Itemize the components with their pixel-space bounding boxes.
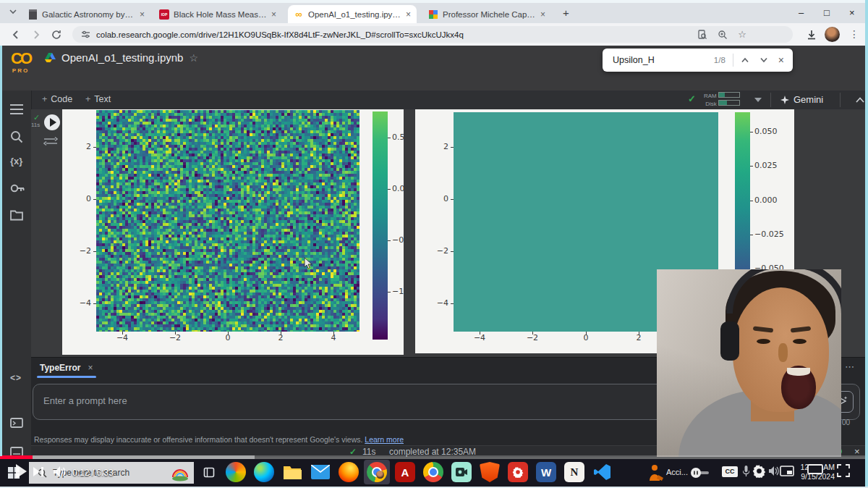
add-code-button[interactable]: + Code [42,94,72,104]
captions-button[interactable]: CC [722,466,738,477]
video-progress-bar[interactable] [0,455,868,459]
add-text-button[interactable]: + Text [85,94,111,104]
code-snippets-icon[interactable]: <> [10,373,22,383]
address-bar[interactable]: colab.research.google.com/drive/12H1KO9U… [72,26,793,43]
gemini-button[interactable]: Gemini [780,94,823,105]
ram-usage-bar [718,92,740,98]
prompt-counter: 00 [842,418,850,426]
colab-logo[interactable]: CO PRO [11,50,30,74]
video-frame: Galactic Astronomy by Binney × IOP Black… [0,0,868,488]
video-next-button[interactable] [33,466,44,477]
y-tick: 0 [430,194,448,204]
window-close-button[interactable]: × [849,7,855,18]
site-info-icon[interactable] [81,30,90,39]
variables-icon[interactable]: {x} [10,156,22,167]
brave-app-icon[interactable] [480,462,500,482]
colab-sidebar: {x} <> [2,91,32,456]
new-tab-button[interactable]: + [563,7,569,19]
colorbar-tick: −0.025 [754,230,784,240]
mail-app-icon[interactable] [310,462,331,482]
vscode-app-icon[interactable] [592,462,613,482]
theater-mode-button[interactable] [807,464,823,474]
output-options-icon[interactable] [43,136,58,146]
tab-close-icon[interactable]: × [271,9,276,20]
console-icon[interactable] [10,418,23,428]
resource-monitor[interactable]: RAM Disk [704,92,740,108]
mouse-cursor [304,258,312,269]
star-notebook-icon[interactable]: ☆ [189,52,198,64]
autoplay-toggle-icon[interactable] [689,468,711,478]
headphones-band-icon [726,269,841,314]
x-tick: −2 [165,333,185,343]
tab-search-chevron-icon[interactable] [9,9,17,14]
player-settings-gear-icon[interactable] [752,464,766,478]
files-folder-icon[interactable] [10,210,23,221]
tab-cappellari[interactable]: Professor Michele Cappellari H × [422,5,551,23]
copilot-app-icon[interactable] [226,462,246,482]
tab-close-icon[interactable]: × [140,9,145,20]
y-tick: 2 [72,142,91,152]
find-in-notebook-bar: Upsilon_H 1/8 × [603,49,793,72]
notion-app-icon[interactable]: N [564,462,584,482]
collapse-toolbar-icon[interactable] [856,97,864,103]
download-icon[interactable] [806,29,817,41]
zoom-indicator-icon[interactable] [718,30,728,40]
bookmark-star-icon[interactable]: ☆ [738,30,746,40]
tab-colab-active[interactable]: ∞ OpenAI_o1_testing.ipynb - Cola × [288,5,417,23]
firefox-app-icon[interactable] [339,462,359,482]
x-tick: 4 [323,333,344,343]
secrets-key-icon[interactable] [10,183,25,193]
notification-person-icon[interactable] [647,463,665,482]
browser-menu-kebab-icon[interactable]: ⋮ [849,28,859,40]
error-tab[interactable]: TypeError × [40,363,93,373]
notebook-title[interactable]: OpenAI_o1_testing.ipynb [61,51,183,64]
tab-close-icon[interactable]: × [406,9,411,20]
tab-close-icon[interactable]: × [540,9,545,20]
pane-more-icon[interactable]: ⋯ [845,361,854,372]
window-minimize-button[interactable]: – [799,7,804,18]
error-tab-close-icon[interactable]: × [88,363,93,373]
find-previous-icon[interactable] [741,57,749,63]
frame-left [0,46,2,456]
drive-icon [45,53,56,62]
find-next-icon[interactable] [760,57,768,63]
reload-icon[interactable] [51,29,62,41]
learn-more-link[interactable]: Learn more [365,435,404,444]
browser-toolbar: colab.research.google.com/drive/12H1KO9U… [0,23,865,46]
browser-profile-avatar[interactable] [825,27,840,42]
table-of-contents-icon[interactable] [10,104,23,115]
video-play-button[interactable] [16,464,27,479]
run-cell-button[interactable] [44,114,60,130]
forward-icon[interactable] [30,29,42,41]
search-icon[interactable] [10,130,23,143]
screen-recorder-app-icon[interactable] [451,462,472,482]
tab-galactic-astronomy[interactable]: Galactic Astronomy by Binney × [22,5,150,23]
cell-exec-duration: 11s [31,122,40,128]
file-explorer-app-icon[interactable] [282,462,302,482]
tab-black-hole-mass[interactable]: IOP Black Hole Mass Measurement × [153,5,282,23]
miniplayer-button[interactable] [780,466,794,476]
url-text: colab.research.google.com/drive/12H1KO9U… [96,30,464,39]
find-in-page-indicator-icon[interactable] [697,30,707,40]
tab-title: Black Hole Mass Measurement [174,10,267,19]
task-view-icon[interactable] [203,466,216,479]
headphone-earcup-icon [720,321,739,361]
resources-dropdown-icon[interactable] [754,98,762,102]
x-tick: 0 [576,333,596,343]
y-tick: 2 [430,142,448,152]
red-gear-app-icon[interactable] [508,462,528,482]
fullscreen-button[interactable] [837,464,850,477]
back-icon[interactable] [10,29,22,41]
weather-icon[interactable] [171,464,190,481]
person-nose [778,343,788,362]
video-volume-icon[interactable] [54,466,67,477]
word-app-icon[interactable]: W [536,462,556,482]
find-close-icon[interactable]: × [778,54,784,66]
find-query-input[interactable]: Upsilon_H [613,55,714,65]
x-tick: 0 [218,333,238,343]
edge-app-icon[interactable] [254,462,274,482]
chrome-app-icon[interactable] [423,462,443,482]
window-maximize-button[interactable]: □ [824,7,830,18]
acrobat-app-icon[interactable]: A [395,462,415,482]
chrome-active-app-icon[interactable] [367,462,387,482]
